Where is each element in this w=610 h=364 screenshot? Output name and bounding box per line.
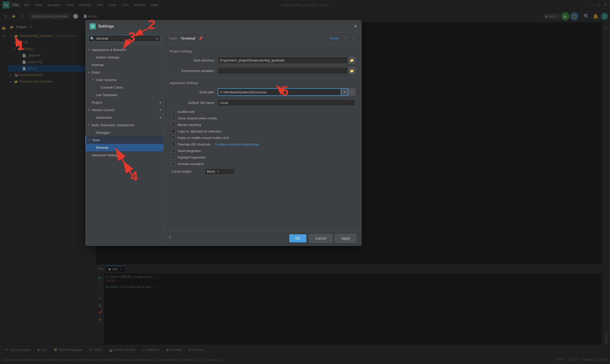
shell-path-more-button[interactable]: ⋯ bbox=[348, 88, 355, 96]
nav-live-templates[interactable]: ▶ Live Templates bbox=[86, 91, 163, 99]
nav-appearance-behavior[interactable]: ▼ Appearance & Behavior bbox=[86, 46, 163, 53]
cursor-shape-select[interactable]: Block ▼ bbox=[205, 168, 235, 175]
nav-consolecol-label: Console Colors bbox=[101, 86, 123, 89]
override-ide-checkbox[interactable] bbox=[172, 142, 176, 146]
start-dir-label: Start directory: bbox=[170, 58, 215, 62]
paste-middle-label: Paste on middle mouse button click bbox=[178, 136, 229, 140]
cursor-shape-label: Cursor shape: bbox=[172, 170, 202, 173]
dialog-footer: ? OK Cancel Apply bbox=[163, 231, 361, 246]
audible-bell-label: Audible bell bbox=[178, 110, 194, 114]
checkbox-close-session[interactable]: Close session when it ends bbox=[170, 116, 355, 120]
close-session-label: Close session when it ends bbox=[178, 116, 217, 120]
nav-editor-arrow: ▼ bbox=[88, 71, 92, 74]
settings-search-wrapper: 🔍 ✕ bbox=[88, 35, 161, 42]
cursor-shape-value: Block bbox=[207, 170, 215, 173]
start-dir-browse-button[interactable]: 📁 bbox=[348, 57, 355, 64]
env-vars-browse-button[interactable]: 📁 bbox=[348, 67, 355, 74]
close-session-checkbox[interactable] bbox=[172, 116, 176, 120]
nav-appearance-arrow: ▼ bbox=[88, 48, 92, 51]
default-tab-row: Default Tab name: bbox=[170, 99, 355, 106]
start-dir-input-group: 📁 bbox=[218, 57, 355, 64]
copy-clipboard-checkbox[interactable] bbox=[172, 129, 176, 133]
settings-nav: 🔍 ✕ ▼ Appearance & Behavior ▶ System Set… bbox=[86, 32, 163, 246]
nav-colorscheme-arrow: ▼ bbox=[92, 79, 96, 81]
shell-path-input[interactable] bbox=[218, 88, 341, 96]
ok-button[interactable]: OK bbox=[289, 234, 306, 242]
default-tab-input[interactable] bbox=[218, 99, 355, 106]
mouse-reporting-checkbox[interactable] bbox=[172, 123, 176, 127]
apply-button[interactable]: Apply bbox=[335, 234, 356, 243]
nav-system-settings[interactable]: ▶ System Settings bbox=[86, 53, 163, 61]
nav-build[interactable]: ▼ Build, Execution, Deployment bbox=[86, 121, 163, 129]
nav-svn-label: Subversion bbox=[96, 116, 112, 119]
nav-color-scheme[interactable]: ▼ Color Scheme bbox=[86, 76, 163, 84]
shell-integration-checkbox[interactable] bbox=[172, 149, 176, 153]
vc-indicator: ■ bbox=[159, 108, 161, 111]
shell-path-label: Shell path: bbox=[170, 90, 215, 94]
forward-button[interactable]: → bbox=[350, 36, 356, 41]
nav-keymap[interactable]: ▶ Keymap bbox=[86, 61, 163, 68]
shell-integration-label: Shell integration bbox=[178, 149, 201, 153]
breadcrumb-sep: › bbox=[178, 36, 180, 40]
cursor-shape-dropdown-icon: ▼ bbox=[217, 170, 219, 173]
dialog-close-button[interactable]: ✕ bbox=[354, 24, 357, 29]
shell-path-dropdown-button[interactable]: ▼ bbox=[341, 88, 348, 96]
checkbox-override-ide[interactable]: Override IDE shortcuts Configure termina… bbox=[170, 142, 355, 146]
settings-dialog: ⚙ Settings ✕ 🔍 ✕ bbox=[85, 20, 362, 246]
start-dir-input[interactable] bbox=[218, 57, 348, 64]
paste-middle-checkbox[interactable] bbox=[172, 136, 176, 140]
checkbox-copy-clipboard[interactable]: Copy to clipboard on selection bbox=[170, 129, 355, 133]
nav-editor[interactable]: ▼ Editor bbox=[86, 68, 163, 76]
nav-version-control[interactable]: ▼ Version Control ■ bbox=[86, 106, 163, 114]
nav-plugins[interactable]: ▶ Plugins ■ bbox=[86, 99, 163, 106]
nav-advanced-settings[interactable]: ▶ Advanced Settings bbox=[86, 151, 163, 159]
settings-nav-tree: ▼ Appearance & Behavior ▶ System Setting… bbox=[86, 45, 163, 246]
audible-bell-checkbox[interactable] bbox=[172, 110, 176, 114]
nav-terminal-label: Terminal bbox=[96, 146, 108, 150]
cancel-button[interactable]: Cancel bbox=[309, 234, 332, 243]
activate-virtualenv-checkbox[interactable] bbox=[172, 162, 176, 166]
back-button[interactable]: ← bbox=[342, 36, 348, 41]
dialog-settings-icon: ⚙ bbox=[90, 23, 96, 29]
checkbox-paste-middle[interactable]: Paste on middle mouse button click bbox=[170, 136, 355, 140]
start-dir-row: Start directory: 📁 bbox=[170, 57, 355, 64]
nav-colorscheme-label: Color Scheme bbox=[96, 78, 116, 82]
checkbox-activate-virtualenv[interactable]: Activate virtualenv bbox=[170, 162, 355, 166]
nav-tools[interactable]: ▼ Tools bbox=[86, 136, 163, 144]
search-icon: 🔍 bbox=[90, 37, 94, 41]
section-project-settings: Project Settings bbox=[170, 49, 355, 53]
dialog-title-bar: ⚙ Settings ✕ bbox=[86, 20, 361, 32]
env-vars-label: Environment variables: bbox=[170, 69, 215, 73]
nav-system-label: System Settings bbox=[96, 55, 119, 59]
highlight-hyperlinks-checkbox[interactable] bbox=[172, 155, 176, 159]
env-vars-row: Environment variables: 📁 bbox=[170, 67, 355, 74]
search-clear-icon[interactable]: ✕ bbox=[156, 37, 159, 41]
nav-terminal[interactable]: ▶ Terminal bbox=[86, 144, 163, 151]
mouse-reporting-label: Mouse reporting bbox=[178, 123, 201, 127]
checkbox-mouse-reporting[interactable]: Mouse reporting bbox=[170, 123, 355, 127]
settings-search-area: 🔍 ✕ bbox=[86, 32, 163, 45]
settings-search-input[interactable] bbox=[88, 35, 161, 42]
breadcrumb-pin-icon: 📌 bbox=[198, 36, 203, 40]
checkbox-highlight-hyperlinks[interactable]: Highlight hyperlinks bbox=[170, 155, 355, 159]
help-button[interactable]: ? bbox=[169, 236, 171, 241]
nav-subversion[interactable]: ▶ Subversion ■ bbox=[86, 114, 163, 121]
checkbox-shell-integration[interactable]: Shell integration bbox=[170, 149, 355, 153]
dialog-body: 🔍 ✕ ▼ Appearance & Behavior ▶ System Set… bbox=[86, 32, 361, 246]
nav-keymap-label: Keymap bbox=[92, 63, 104, 67]
plugins-indicator: ■ bbox=[159, 101, 161, 104]
reset-button[interactable]: Reset bbox=[328, 36, 340, 41]
activate-virtualenv-label: Activate virtualenv bbox=[178, 162, 204, 166]
breadcrumb-terminal: Terminal bbox=[181, 36, 195, 40]
section-app-settings: Application Settings Shell path: ▼ ⋯ bbox=[170, 78, 355, 175]
shell-path-row: Shell path: ▼ ⋯ bbox=[170, 88, 355, 96]
modal-overlay: ⚙ Settings ✕ 🔍 ✕ bbox=[0, 0, 610, 364]
checkbox-audible-bell[interactable]: Audible bell bbox=[170, 110, 355, 114]
nav-console-colors[interactable]: ▶ Console Colors bbox=[86, 84, 163, 91]
configure-keybindings-link[interactable]: Configure terminal keybindings bbox=[215, 142, 259, 146]
nav-debugger[interactable]: ▶ Debugger bbox=[86, 129, 163, 136]
content-header-right: Reset ← → bbox=[328, 36, 356, 41]
override-ide-label: Override IDE shortcuts bbox=[178, 142, 211, 146]
env-vars-input[interactable] bbox=[218, 67, 348, 74]
env-vars-input-group: 📁 bbox=[218, 67, 355, 74]
